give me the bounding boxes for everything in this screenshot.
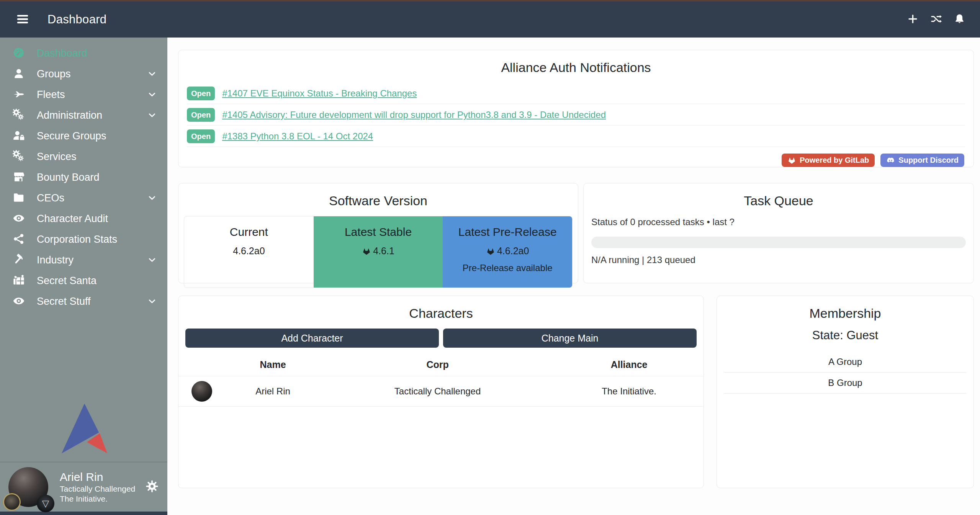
add-character-button[interactable]: Add Character: [185, 329, 439, 348]
characters-table: Name Corp Alliance Ariel Rin Tactically …: [178, 353, 704, 407]
switch-character-button[interactable]: [930, 13, 942, 26]
fighter-jet-icon: [10, 88, 28, 101]
sidebar-item-ceos[interactable]: CEOs: [0, 188, 167, 208]
store-icon: [10, 171, 28, 184]
sidebar-item-dashboard[interactable]: Dashboard: [0, 43, 167, 64]
gitlab-icon: [362, 247, 371, 256]
sidebar-item-label: Bounty Board: [37, 172, 100, 183]
character-alliance: The Initiative.: [555, 376, 704, 407]
notification-row: Open #1407 EVE Equinox Status - Breaking…: [187, 83, 965, 104]
column-header-corp: Corp: [321, 353, 555, 376]
sidebar-item-label: Character Audit: [37, 213, 108, 225]
version-heading: Current: [184, 226, 314, 239]
sidebar-item-label: Secret Santa: [37, 275, 97, 287]
version-heading: Latest Stable: [314, 226, 443, 239]
sidebar-item-label: Services: [37, 151, 77, 163]
user-alliance: The Initiative.: [60, 494, 135, 504]
hamburger-icon: [15, 12, 30, 26]
portrait-column-header: [178, 353, 225, 376]
app-root: Dashboard Dashboard Groups: [0, 0, 980, 515]
user-lock-icon: [10, 129, 28, 142]
user-meta: Ariel Rin Tactically Challenged The Init…: [60, 470, 135, 504]
sidebar-item-administration[interactable]: Administration: [0, 105, 167, 126]
main-content: Alliance Auth Notifications Open #1407 E…: [167, 38, 980, 515]
sidebar-item-label: Administration: [37, 110, 102, 121]
version-current: Current 4.6.2a0: [184, 216, 314, 288]
task-queue-title: Task Queue: [591, 193, 966, 208]
character-buttons: Add Character Change Main: [185, 329, 697, 348]
membership-panel: Membership State: Guest A Group B Group: [717, 296, 974, 488]
version-latest-pre-release: Latest Pre-Release 4.6.2a0 Pre-Release a…: [443, 216, 572, 288]
chevron-down-icon: [147, 193, 157, 203]
sidebar-item-secret-santa[interactable]: Secret Santa: [0, 270, 167, 291]
gitlab-icon: [486, 247, 495, 256]
notification-link[interactable]: #1405 Advisory: Future development will …: [222, 110, 606, 120]
notifications-panel: Alliance Auth Notifications Open #1407 E…: [178, 50, 974, 167]
alliance-auth-logo: [0, 403, 167, 453]
discord-badge[interactable]: Support Discord: [880, 154, 964, 167]
sidebar-item-label: Industry: [37, 254, 74, 266]
sidebar-item-fleets[interactable]: Fleets: [0, 84, 167, 105]
change-main-button[interactable]: Change Main: [443, 329, 697, 348]
discord-icon: [886, 156, 895, 165]
sidebar-item-groups[interactable]: Groups: [0, 64, 167, 84]
sidebar-item-label: Secret Stuff: [37, 296, 91, 307]
user-settings-button[interactable]: [145, 479, 159, 494]
menu-toggle-button[interactable]: [15, 12, 30, 28]
chevron-down-icon: [147, 110, 157, 121]
sidebar-item-corporation-stats[interactable]: Corporation Stats: [0, 229, 167, 250]
sidebar-item-secure-groups[interactable]: Secure Groups: [0, 126, 167, 146]
task-progress-bar: [591, 237, 966, 248]
gear-icon: [145, 479, 159, 493]
sidebar-item-bounty-board[interactable]: Bounty Board: [0, 167, 167, 188]
sidebar-item-label: CEOs: [37, 192, 64, 204]
gitlab-badge-label: Powered by GitLab: [800, 156, 869, 165]
user-avatar: ▽: [8, 467, 48, 507]
shuffle-icon: [930, 13, 942, 25]
task-queue-status: Status of 0 processed tasks • last ?: [591, 217, 966, 227]
eye-icon: [10, 295, 28, 308]
chevron-down-icon: [147, 255, 157, 265]
notifications-button[interactable]: [954, 13, 965, 26]
version-latest-stable: Latest Stable 4.6.1: [314, 216, 443, 288]
sidebar-item-services[interactable]: Services: [0, 146, 167, 167]
chevron-down-icon: [147, 296, 157, 307]
sidebar-item-label: Groups: [37, 68, 71, 80]
column-header-name: Name: [225, 353, 321, 376]
notification-link[interactable]: #1407 EVE Equinox Status - Breaking Chan…: [222, 88, 417, 99]
notifications-list: Open #1407 EVE Equinox Status - Breaking…: [178, 83, 973, 147]
notification-row: Open #1383 Python 3.8 EOL - 14 Oct 2024: [187, 126, 965, 147]
status-badge: Open: [187, 87, 215, 100]
character-name: Ariel Rin: [225, 376, 321, 407]
gitlab-icon: [787, 156, 796, 165]
cogs-icon: [10, 109, 28, 122]
version-heading: Latest Pre-Release: [443, 226, 572, 239]
software-version-title: Software Version: [178, 193, 578, 208]
notification-row: Open #1405 Advisory: Future development …: [187, 104, 965, 126]
sidebar-item-character-audit[interactable]: Character Audit: [0, 208, 167, 229]
sidebar-item-secret-stuff[interactable]: Secret Stuff: [0, 291, 167, 312]
sidebar: Dashboard Groups Fleets Administration: [0, 38, 167, 515]
add-character-nav-button[interactable]: [907, 13, 919, 26]
plus-icon: [907, 13, 919, 25]
notification-link[interactable]: #1383 Python 3.8 EOL - 14 Oct 2024: [222, 131, 373, 142]
gifts-icon: [10, 274, 28, 287]
version-number: 4.6.2a0: [184, 245, 314, 257]
sidebar-item-industry[interactable]: Industry: [0, 250, 167, 270]
pre-release-note: Pre-Release available: [443, 263, 572, 273]
share-icon: [10, 233, 28, 246]
characters-title: Characters: [178, 306, 704, 321]
chevron-down-icon: [147, 89, 157, 100]
version-grid: Current 4.6.2a0 Latest Stable 4.6.1 Late…: [184, 216, 573, 288]
sidebar-bottom-strip: [0, 512, 167, 515]
task-queue-counts: N/A running | 213 queued: [591, 255, 966, 265]
page-title: Dashboard: [47, 13, 106, 26]
membership-group: A Group: [724, 352, 967, 373]
membership-state: State: Guest: [717, 329, 973, 342]
status-badge: Open: [187, 108, 215, 122]
chevron-down-icon: [147, 69, 157, 79]
eye-icon: [10, 212, 28, 225]
gitlab-badge[interactable]: Powered by GitLab: [782, 154, 875, 167]
version-number: 4.6.1: [314, 245, 443, 257]
status-badge: Open: [187, 129, 215, 143]
